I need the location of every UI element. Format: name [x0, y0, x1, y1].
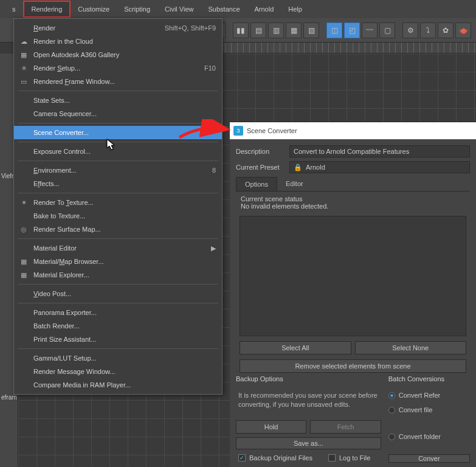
convert-file-radio[interactable]: Convert file	[388, 404, 470, 415]
menu-separator	[18, 284, 218, 285]
description-field[interactable]: Convert to Arnold Compatible Features	[289, 145, 470, 157]
menubar-item-substance[interactable]: Substance	[201, 2, 247, 16]
menu-icon: ◎	[18, 226, 30, 234]
menu-item-batch-render[interactable]: Batch Render...	[14, 319, 222, 333]
menu-item-render-message-window[interactable]: Render Message Window...	[14, 365, 222, 378]
menu-item-scene-converter[interactable]: Scene Converter...	[14, 126, 222, 139]
menu-shortcut: Shift+Q, Shift+F9	[165, 24, 216, 32]
menubar-item-customize[interactable]: Customize	[71, 2, 117, 16]
menu-item-video-post[interactable]: Video Post...	[14, 287, 222, 300]
fetch-button[interactable]: Fetch	[310, 420, 381, 434]
menu-item-gamma-lut-setup[interactable]: Gamma/LUT Setup...	[14, 351, 222, 365]
menu-label: Render To Texture...	[30, 199, 216, 206]
save-as-button[interactable]: Save as...	[236, 437, 381, 449]
menu-separator	[18, 91, 218, 91]
menu-item-bake-to-texture[interactable]: Bake to Texture...	[14, 209, 222, 223]
scene-converter-titlebar[interactable]: 3 Scene Converter	[230, 122, 476, 139]
remove-selected-button[interactable]: Remove selected elements from scene	[240, 359, 466, 373]
menu-label: Effects...	[30, 180, 216, 187]
toolbar-button-12[interactable]: ✿	[438, 22, 454, 38]
rendering-menu: RenderShift+Q, Shift+F9☁Render in the Cl…	[13, 18, 222, 395]
elements-list[interactable]	[240, 216, 466, 336]
convert-refer-radio[interactable]: Convert Refer	[388, 390, 470, 401]
menu-label: State Sets...	[30, 97, 216, 104]
preset-field[interactable]: 🔒 Arnold	[289, 161, 470, 173]
menu-item-open-autodesk-a360-gallery[interactable]: ▦Open Autodesk A360 Gallery	[14, 48, 222, 61]
menu-item-environment[interactable]: Environment...8	[14, 164, 222, 177]
menu-shortcut: F10	[204, 64, 216, 72]
tab-editor[interactable]: Editor	[277, 177, 312, 191]
menu-label: Render in the Cloud	[30, 38, 216, 45]
menu-icon: ✳	[18, 64, 30, 72]
menu-icon: ▦	[18, 51, 30, 59]
hold-button[interactable]: Hold	[236, 420, 306, 434]
menubar: sRenderingCustomizeScriptingCivil ViewSu…	[0, 0, 476, 18]
menu-item-rendered-frame-window[interactable]: ▭Rendered Frame Window...	[14, 75, 222, 88]
backup-original-checkbox[interactable]: ✓Backup Original Files	[236, 453, 315, 463]
menu-label: Open Autodesk A360 Gallery	[30, 51, 216, 58]
menu-icon: ✴	[18, 199, 30, 207]
toolbar-button-13[interactable]: 🫖	[455, 22, 471, 38]
toolbar-button-3[interactable]: ▥	[268, 22, 284, 38]
menu-separator	[18, 123, 218, 123]
status-line-2: No invalid elements detected.	[241, 202, 465, 210]
menu-item-material-editor[interactable]: Material Editor▶	[14, 241, 222, 255]
menu-item-render[interactable]: RenderShift+Q, Shift+F9	[14, 21, 222, 35]
toolbar-button-10[interactable]: ⚙	[402, 22, 418, 38]
menu-item-effects[interactable]: Effects...	[14, 177, 222, 190]
menu-label: Render Setup...	[30, 64, 204, 72]
viewport-label-2: efram	[1, 394, 17, 401]
scene-converter-window: 3 Scene Converter Description Convert to…	[230, 122, 476, 467]
status-line-1: Current scene status	[241, 195, 465, 202]
toolbar-button-5[interactable]: ▧	[303, 22, 319, 38]
menu-item-render-to-texture[interactable]: ✴Render To Texture...	[14, 196, 222, 209]
menu-label: Panorama Exporter...	[30, 309, 216, 316]
toolbar-button-11[interactable]: ⤵	[420, 22, 436, 38]
menu-item-render-in-the-cloud[interactable]: ☁Render in the Cloud	[14, 35, 222, 48]
menu-shortcut: 8	[212, 167, 216, 174]
menubar-item-civil-view[interactable]: Civil View	[157, 2, 201, 16]
toolbar-button-8[interactable]: 〰	[362, 22, 378, 38]
menu-icon: ▭	[18, 78, 30, 86]
backup-options-title: Backup Options	[236, 375, 381, 382]
scene-converter-title-text: Scene Converter	[247, 127, 297, 134]
menubar-item-arnold[interactable]: Arnold	[247, 2, 281, 16]
toolbar-button-9[interactable]: ▢	[379, 22, 395, 38]
menu-label: Bake to Texture...	[30, 212, 216, 220]
menu-separator	[18, 348, 218, 349]
toolbar-button-1[interactable]: ▮▮	[233, 22, 249, 38]
menu-item-print-size-assistant[interactable]: Print Size Assistant...	[14, 333, 222, 346]
toolbar-button-7[interactable]: ◰	[344, 22, 360, 38]
select-none-button[interactable]: Select None	[355, 341, 467, 355]
menu-item-camera-sequencer[interactable]: Camera Sequencer...	[14, 107, 222, 120]
menubar-item-help[interactable]: Help	[281, 2, 309, 16]
menu-item-state-sets[interactable]: State Sets...	[14, 94, 222, 107]
menu-label: Batch Render...	[30, 322, 216, 330]
menu-item-exposure-control[interactable]: Exposure Control...	[14, 145, 222, 158]
menu-icon: ☁	[18, 38, 30, 46]
menu-label: Gamma/LUT Setup...	[30, 355, 216, 362]
menu-item-panorama-exporter[interactable]: Panorama Exporter...	[14, 306, 222, 319]
preset-label: Current Preset	[236, 164, 286, 171]
menubar-item-s[interactable]: s	[5, 2, 23, 16]
menu-item-material-map-browser[interactable]: ▦Material/Map Browser...	[14, 255, 222, 268]
convert-folder-radio[interactable]: Convert folder	[388, 431, 470, 442]
convert-button[interactable]: Conver	[388, 454, 470, 463]
menu-label: Compare Media in RAM Player...	[30, 381, 216, 389]
toolbar-button-4[interactable]: ▦	[286, 22, 302, 38]
select-all-button[interactable]: Select All	[240, 341, 351, 355]
menu-label: Exposure Control...	[30, 148, 216, 155]
menu-label: Environment...	[30, 167, 212, 174]
menu-item-render-setup[interactable]: ✳Render Setup...F10	[14, 61, 222, 75]
toolbar-button-2[interactable]: ▤	[250, 22, 266, 38]
log-to-file-checkbox[interactable]: Log to File	[326, 453, 373, 463]
toolbar-button-6[interactable]: ◫	[326, 22, 342, 38]
menubar-item-scripting[interactable]: Scripting	[117, 2, 157, 16]
menu-item-render-surface-map[interactable]: ◎Render Surface Map...	[14, 223, 222, 236]
menu-item-material-explorer[interactable]: ▦Material Explorer...	[14, 268, 222, 282]
menubar-item-rendering[interactable]: Rendering	[23, 1, 71, 18]
menu-label: Material Explorer...	[30, 271, 216, 278]
tab-options[interactable]: Options	[236, 177, 277, 191]
menu-label: Video Post...	[30, 290, 216, 297]
menu-item-compare-media-in-ram-player[interactable]: Compare Media in RAM Player...	[14, 378, 222, 392]
